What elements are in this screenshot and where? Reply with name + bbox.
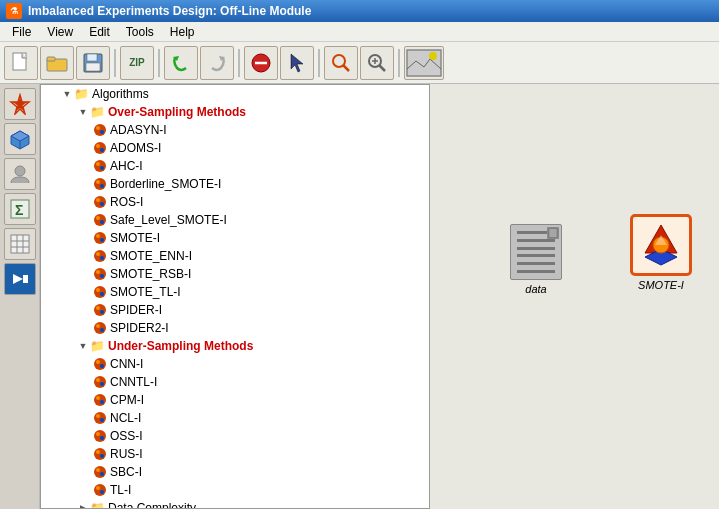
open-button[interactable] [40,46,74,80]
svg-text:Σ: Σ [15,202,23,218]
list-item[interactable]: SMOTE_TL-I [41,283,429,301]
tree-under-sampling-header[interactable]: ▼ 📁 Under-Sampling Methods [41,337,429,355]
stop-button[interactable] [244,46,278,80]
list-item[interactable]: CNNTL-I [41,373,429,391]
tree-panel[interactable]: ▼ 📁 Algorithms ▼ 📁 Over-Sampling Methods… [40,84,430,509]
menu-view[interactable]: View [39,23,81,41]
svg-point-87 [96,450,100,454]
tree-over-sampling-header[interactable]: ▼ 📁 Over-Sampling Methods [41,103,429,121]
list-item[interactable]: OSS-I [41,427,429,445]
svg-point-51 [96,216,100,220]
algo-label: SBC-I [110,465,142,479]
algo-label: RUS-I [110,447,143,461]
svg-point-79 [100,400,104,404]
svg-rect-34 [23,275,28,283]
svg-point-65 [94,304,106,316]
list-item[interactable]: ADASYN-I [41,121,429,139]
svg-point-67 [100,310,104,314]
list-item[interactable]: SMOTE_ENN-I [41,247,429,265]
svg-point-58 [100,256,104,260]
svg-point-36 [96,126,100,130]
svg-marker-33 [13,274,23,284]
svg-point-61 [100,274,104,278]
pointer-button[interactable] [280,46,314,80]
algo-label: NCL-I [110,411,141,425]
sigma-icon[interactable]: Σ [4,193,36,225]
canvas-area[interactable]: data SMOTE-I [430,84,719,509]
svg-point-38 [94,142,106,154]
menu-tools[interactable]: Tools [118,23,162,41]
tree-data-complexity-header[interactable]: ▶ 📁 Data Complexity [41,499,429,509]
svg-point-55 [100,238,104,242]
svg-point-19 [429,52,437,60]
menu-bar: File View Edit Tools Help [0,22,719,42]
list-item[interactable]: Safe_Level_SMOTE-I [41,211,429,229]
svg-point-53 [94,232,106,244]
list-item[interactable]: CPM-I [41,391,429,409]
cube-icon[interactable] [4,123,36,155]
data-complexity-folder-icon: 📁 [89,500,105,509]
list-item[interactable]: TL-I [41,481,429,499]
algo-label: CNN-I [110,357,143,371]
smote-node[interactable]: SMOTE-I [630,214,692,291]
list-item[interactable]: AHC-I [41,157,429,175]
smote-node-label: SMOTE-I [638,279,684,291]
data-node[interactable]: data [510,224,562,295]
redo-button[interactable] [200,46,234,80]
list-item[interactable]: SBC-I [41,463,429,481]
list-item[interactable]: CNN-I [41,355,429,373]
algo-label: SMOTE_TL-I [110,285,181,299]
svg-point-71 [94,358,106,370]
over-sampling-folder-icon: 📁 [89,104,105,120]
svg-point-52 [100,220,104,224]
over-sampling-expand-icon: ▼ [77,106,89,118]
svg-point-39 [96,144,100,148]
tree-root-label: Algorithms [92,87,149,101]
svg-point-83 [94,430,106,442]
window-title: Imbalanced Experiments Design: Off-Line … [28,4,311,18]
svg-rect-2 [47,57,55,61]
zoom-button[interactable] [360,46,394,80]
menu-help[interactable]: Help [162,23,203,41]
list-item[interactable]: NCL-I [41,409,429,427]
svg-point-66 [96,306,100,310]
list-item[interactable]: SMOTE_RSB-I [41,265,429,283]
list-item[interactable]: Borderline_SMOTE-I [41,175,429,193]
svg-point-47 [94,196,106,208]
list-item[interactable]: SPIDER-I [41,301,429,319]
search-button[interactable] [324,46,358,80]
user-icon[interactable] [4,158,36,190]
svg-rect-4 [87,54,97,61]
algo-label: ADASYN-I [110,123,167,137]
svg-line-14 [379,65,385,71]
tree-root[interactable]: ▼ 📁 Algorithms [41,85,429,103]
palette-icon[interactable] [4,88,36,120]
svg-point-42 [96,162,100,166]
arrow-right-icon[interactable] [4,263,36,295]
list-item[interactable]: SPIDER2-I [41,319,429,337]
list-item[interactable]: ROS-I [41,193,429,211]
zip-button[interactable]: ZIP [120,46,154,80]
image-button[interactable] [404,46,444,80]
list-item[interactable]: ADOMS-I [41,139,429,157]
menu-edit[interactable]: Edit [81,23,118,41]
svg-point-78 [96,396,100,400]
list-item[interactable]: RUS-I [41,445,429,463]
list-item[interactable]: SMOTE-I [41,229,429,247]
menu-file[interactable]: File [4,23,39,41]
svg-point-74 [94,376,106,388]
svg-point-40 [100,148,104,152]
svg-point-93 [96,486,100,490]
grid-icon[interactable] [4,228,36,260]
data-complexity-label: Data Complexity [108,501,196,509]
save-button[interactable] [76,46,110,80]
svg-point-54 [96,234,100,238]
algo-label: ADOMS-I [110,141,161,155]
svg-point-81 [96,414,100,418]
new-button[interactable] [4,46,38,80]
side-icons-panel: Σ [0,84,40,509]
svg-point-82 [100,418,104,422]
algo-label: Safe_Level_SMOTE-I [110,213,227,227]
undo-button[interactable] [164,46,198,80]
algo-label: OSS-I [110,429,143,443]
